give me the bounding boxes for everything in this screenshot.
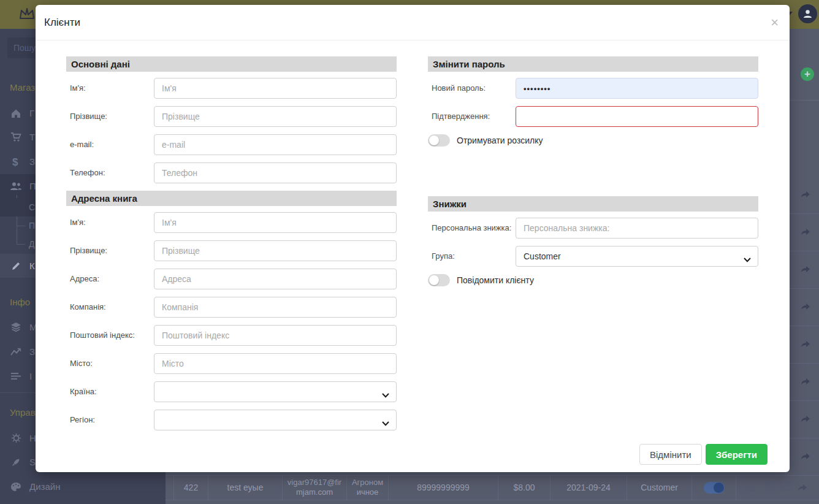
cell-phone: 89999999999	[388, 475, 498, 500]
share-arrow-icon[interactable]	[800, 264, 810, 275]
country-label: Країна:	[66, 387, 154, 397]
first-name-input[interactable]	[154, 78, 397, 99]
home-icon	[9, 109, 23, 118]
cell-discount: $8.00	[498, 475, 550, 500]
section-change-password: Змінити пароль	[428, 56, 758, 72]
phone-label: Телефон:	[66, 168, 154, 178]
chevron-down-icon	[382, 390, 389, 400]
palette-icon	[9, 482, 23, 492]
share-arrow-icon[interactable]	[800, 451, 810, 462]
group-select[interactable]: Customer	[516, 246, 758, 267]
email-input[interactable]	[154, 134, 397, 155]
first-name-label: Ім'я:	[66, 83, 154, 93]
share-arrow-icon[interactable]	[800, 302, 810, 313]
table-row	[166, 500, 819, 504]
cell-id: 422	[173, 475, 208, 500]
cell-status	[691, 475, 736, 500]
section-discounts: Знижки	[428, 196, 758, 212]
new-password-label: Новий пароль:	[428, 83, 516, 93]
chevron-down-icon	[382, 418, 389, 428]
newsletter-toggle-label: Отримувати розсилку	[457, 136, 543, 145]
personal-discount-input[interactable]	[516, 218, 758, 239]
clients-modal-dialog: Клієнти × Основні дані Ім'я: Прізвище: e…	[36, 5, 790, 472]
share-arrow-icon[interactable]	[800, 339, 810, 350]
group-label: Група:	[428, 251, 516, 261]
share-arrow-icon[interactable]	[800, 414, 810, 425]
city-label: Місто:	[66, 359, 154, 368]
confirm-password-label: Підтвердження:	[428, 112, 516, 121]
svg-text:$: $	[12, 156, 18, 167]
chevron-down-icon	[744, 254, 751, 264]
newsletter-on-toggle[interactable]	[704, 482, 725, 494]
gear-icon	[9, 433, 23, 443]
rocket-icon	[9, 457, 23, 467]
country-select[interactable]	[154, 381, 397, 402]
cell-name: test еуые	[208, 475, 282, 500]
crown-logo-icon	[18, 7, 35, 24]
share-arrow-icon[interactable]	[800, 376, 810, 388]
mail-icon[interactable]	[780, 483, 790, 492]
phone-input[interactable]	[154, 162, 397, 183]
company-label: Компанія:	[66, 302, 154, 312]
section-address-book: Адресна книга	[66, 191, 397, 206]
modal-left-column: Основні дані Ім'я: Прізвище: e-mail: Тел…	[66, 56, 397, 438]
notify-client-toggle-label: Повідомити клієнту	[457, 275, 534, 285]
email-label: e-mail:	[66, 140, 154, 150]
pencil-icon	[9, 261, 23, 271]
city-input[interactable]	[154, 353, 397, 374]
address-input[interactable]	[154, 269, 397, 289]
notify-client-toggle[interactable]	[428, 274, 450, 286]
layers-icon	[9, 322, 23, 332]
cart-icon	[9, 132, 23, 142]
sidebar-section-info: Інфо	[10, 297, 30, 307]
cell-group: Customer	[627, 475, 691, 500]
share-arrow-icon[interactable]	[800, 227, 810, 238]
company-input[interactable]	[154, 297, 397, 318]
postcode-input[interactable]	[154, 325, 397, 346]
share-arrow-icon[interactable]	[800, 189, 810, 200]
add-client-button[interactable]: +	[801, 67, 814, 81]
personal-discount-label: Персональна знижка:	[428, 223, 516, 233]
region-label: Регіон:	[66, 415, 154, 425]
section-basic-data: Основні дані	[66, 56, 397, 72]
last-name-label: Прізвище:	[66, 112, 154, 121]
cancel-button[interactable]: Відмінити	[639, 444, 702, 465]
modal-right-column: Змінити пароль Новий пароль: Підтверджен…	[428, 56, 758, 438]
cell-email: vigar97617@firmjam.com	[282, 475, 346, 500]
cell-company: Агрономичное	[346, 475, 388, 500]
new-password-input[interactable]	[516, 78, 758, 99]
last-name-input[interactable]	[154, 106, 397, 127]
modal-header: Клієнти ×	[36, 5, 790, 40]
postcode-label: Поштовий індекс:	[66, 330, 154, 340]
modal-title: Клієнти	[44, 17, 80, 29]
confirm-password-input[interactable]	[516, 106, 758, 127]
share-arrow-icon[interactable]	[797, 483, 807, 493]
sidebar-item-design[interactable]: Дизайн	[0, 475, 166, 498]
table-row-client-422[interactable]: 422 test еуые vigar97617@firmjam.com Агр…	[166, 475, 819, 500]
trash-icon[interactable]	[764, 482, 773, 494]
user-avatar[interactable]	[798, 4, 817, 23]
newsletter-toggle[interactable]	[428, 134, 450, 147]
addr-first-name-input[interactable]	[154, 212, 397, 233]
people-icon	[9, 181, 23, 191]
address-label: Адреса:	[66, 274, 154, 284]
region-select[interactable]	[154, 410, 397, 430]
close-icon[interactable]: ×	[771, 16, 779, 29]
cell-actions	[736, 475, 819, 500]
save-button[interactable]: Зберегти	[706, 444, 768, 465]
dollar-icon: $	[9, 156, 23, 167]
addr-last-name-label: Прізвище:	[66, 246, 154, 256]
trend-chart-icon	[9, 348, 23, 356]
addr-last-name-input[interactable]	[154, 240, 397, 261]
edit-icon[interactable]	[748, 482, 758, 494]
cell-date: 2021-09-24	[550, 475, 627, 500]
list-icon	[9, 372, 23, 380]
addr-first-name-label: Ім'я:	[66, 218, 154, 227]
